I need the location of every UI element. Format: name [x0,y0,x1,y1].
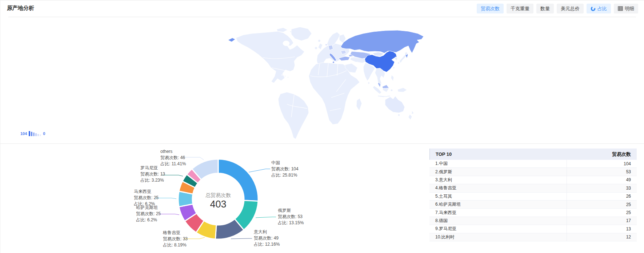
map-region-uk[interactable] [318,43,323,50]
donut-label-俄罗斯: 俄罗斯贸易次数: 53占比: 13.15% [278,207,304,226]
donut-label-马来西亚: 马来西亚贸易次数: 25占比: 6.2% [134,189,159,207]
table-row: 1.中国104 [429,160,637,168]
top10-table-body: 1.中国1042.俄罗斯533.意大利494.格鲁吉亚335.土耳其266.哈萨… [429,160,637,241]
table-row: 9.罗马尼亚13 [429,225,637,233]
legend-min-value: 0 [43,131,45,136]
table-cell-value: 13 [567,225,637,233]
table-cell-country: 5.土耳其 [429,193,567,199]
map-color-legend: 104 0 [20,131,45,136]
map-region-japan-hokkaido[interactable] [405,52,408,55]
donut-label-中国: 中国贸易次数: 104占比: 25.81% [271,160,299,178]
table-cell-value: 12 [567,233,637,241]
map-region-iceland[interactable] [318,40,321,42]
tab-trade-count[interactable]: 贸易次数 [477,4,504,13]
table-row: 6.哈萨克斯坦25 [429,201,637,209]
map-region-caribbean[interactable] [287,76,288,78]
table-cell-value: 33 [567,184,637,192]
proportion-toggle-button[interactable]: 占比 [587,4,611,13]
legend-bar [37,134,39,136]
map-country-malaysia-borneo[interactable] [382,85,389,88]
table-row: 10.比利时12 [429,233,637,241]
donut-slice-中国[interactable] [218,159,258,201]
tab-usd-total[interactable]: 美元总价 [557,4,584,13]
table-cell-value: 25 [567,201,637,208]
tab-kg-weight[interactable]: 千克重量 [507,4,533,13]
map-region-borneo-south[interactable] [383,88,389,92]
table-cell-country: 1.中国 [429,161,567,167]
donut-label-格鲁吉亚: 格鲁吉亚贸易次数: 33占比: 8.19% [163,230,188,248]
map-region-new-zealand[interactable] [408,114,412,120]
donut-label-others: others贸易次数: 46占比: 11.41% [160,149,186,167]
donut-label-line-意大利 [231,238,252,239]
metric-toolbar: 贸易次数 千克重量 数量 美元总价 占比 明细 [477,4,638,13]
map-country-russia-east-wrap[interactable] [228,38,235,42]
map-region-caribbean[interactable] [281,74,283,75]
detail-toggle-button[interactable]: 明细 [614,4,638,13]
table-cell-value: 26 [567,193,637,200]
table-row: 4.格鲁吉亚33 [429,184,637,192]
table-row: 2.俄罗斯53 [429,168,637,176]
map-region-japan-honshu[interactable] [399,55,406,63]
origin-analysis-card: 原产地分析 贸易次数 千克重量 数量 美元总价 占比 [0,0,644,253]
world-choropleth-map: 104 0 [0,17,644,143]
map-region-new-zealand-north[interactable] [412,111,414,114]
map-region-taiwan[interactable] [393,67,395,69]
legend-bars [29,131,41,136]
map-country-belgium[interactable] [325,44,327,46]
table-cell-country: 3.意大利 [429,177,567,183]
donut-label-line-俄罗斯 [256,217,276,218]
map-region-arctic-islands[interactable] [277,28,288,32]
tab-quantity[interactable]: 数量 [536,4,554,13]
table-cell-country: 7.马来西亚 [429,210,567,216]
bottom-panel: 总贸易次数 403 中国贸易次数: 104占比: 25.81%俄罗斯贸易次数: … [0,144,644,253]
table-cell-country: 10.比利时 [429,234,567,240]
donut-chart-icon [591,6,596,11]
top10-header-name: TOP 10 [430,151,567,157]
map-region-caribbean[interactable] [284,75,285,76]
map-region-new-guinea[interactable] [397,88,407,92]
table-row: 3.意大利49 [429,176,637,184]
legend-bar [29,131,30,136]
donut-label-line-哈萨克斯坦 [159,214,179,215]
table-cell-value: 104 [567,160,637,167]
legend-bar [33,133,35,136]
table-cell-country: 9.罗马尼亚 [429,226,567,232]
map-region-australia[interactable] [385,96,405,113]
legend-bar [35,133,37,136]
map-region-tasmania[interactable] [398,114,400,116]
table-row: 5.土耳其26 [429,193,637,201]
legend-max-value: 104 [20,131,27,136]
legend-bar [40,134,41,136]
map-region-ireland[interactable] [315,47,317,50]
table-cell-value: 53 [567,168,637,175]
donut-label-意大利: 意大利贸易次数: 49占比: 12.16% [254,229,280,248]
map-region-korea[interactable] [395,57,397,61]
legend-bar [31,132,32,136]
donut-label-line-中国 [249,169,270,172]
map-region-sri-lanka[interactable] [368,82,370,84]
map-region-japan-kyushu[interactable] [398,62,400,64]
map-region-madagascar[interactable] [356,98,362,111]
top10-table-header: TOP 10 贸易次数 [429,149,637,160]
map-region-north-america[interactable] [236,31,304,83]
map-country-russia[interactable] [341,30,424,53]
top10-table: TOP 10 贸易次数 1.中国1042.俄罗斯533.意大利494.格鲁吉亚3… [429,149,637,241]
map-region-philippines[interactable] [391,75,394,81]
table-cell-value: 49 [567,176,637,184]
map-region-java[interactable] [378,95,390,97]
map-country-italy-sicily[interactable] [333,62,335,63]
donut-label-哈萨克斯坦: 哈萨克斯坦贸易次数: 25占比: 6.2% [136,205,161,223]
donut-label-罗马尼亚: 罗马尼亚贸易次数: 13占比: 3.23% [140,165,165,183]
table-cell-value: 25 [567,209,637,216]
table-cell-value: 17 [567,217,637,225]
page-title: 原产地分析 [7,5,34,12]
table-cell-country: 6.哈萨克斯坦 [429,201,567,207]
map-region-sulawesi[interactable] [391,89,393,91]
table-grid-icon [618,6,623,11]
map-region-greenland[interactable] [291,27,312,41]
table-cell-country: 8.德国 [429,218,567,224]
table-cell-country: 2.俄罗斯 [429,169,567,175]
top10-header-value: 贸易次数 [567,151,637,158]
table-row: 7.马来西亚25 [429,209,637,217]
donut-label-line-others [185,157,204,160]
